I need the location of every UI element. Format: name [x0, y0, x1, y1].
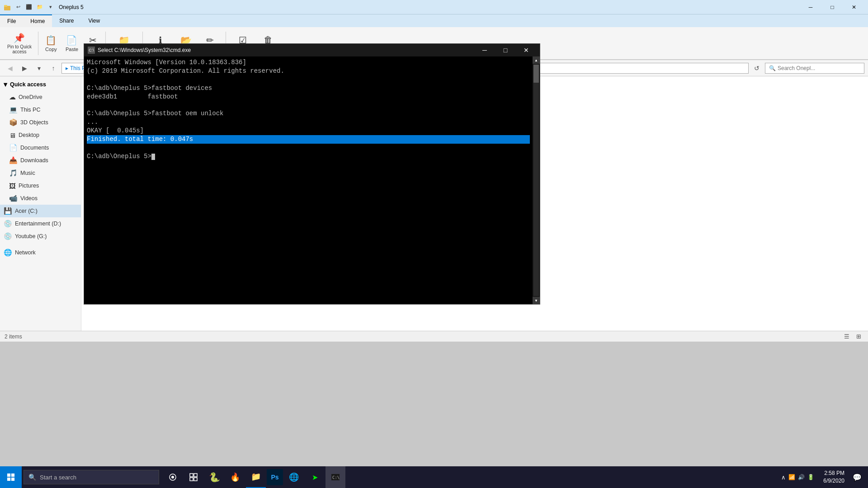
cmd-icon: C:\ — [88, 47, 95, 54]
documents-icon: 📄 — [9, 144, 18, 152]
window-title: Oneplus 5 — [59, 4, 800, 10]
large-icons-view-button[interactable]: ⊞ — [854, 332, 863, 342]
ribbon-tab-bar: File Home Share View — [0, 14, 868, 27]
taskbar-cmd-btn[interactable]: C:\ — [326, 466, 345, 488]
sidebar-item-youtube-g[interactable]: 💿 Youtube (G:) — [0, 230, 81, 243]
close-button[interactable]: ✕ — [844, 0, 864, 14]
sidebar-item-this-pc[interactable]: 💻 This PC — [0, 103, 81, 116]
refresh-button[interactable]: ↺ — [750, 62, 763, 75]
cmd-line-12: C:\adb\Oneplus 5> — [87, 152, 530, 161]
date-display: 6/9/2020 — [823, 477, 844, 485]
sidebar-item-documents[interactable]: 📄 Documents — [0, 141, 81, 154]
taskbar-razer-app-btn[interactable]: ➤ — [305, 466, 325, 488]
sidebar-item-downloads[interactable]: 📥 Downloads — [0, 154, 81, 167]
search-input[interactable] — [778, 65, 860, 71]
cmd-line-8: ... — [87, 118, 530, 127]
svg-rect-3 — [11, 474, 14, 477]
tab-home[interactable]: Home — [23, 14, 52, 27]
cmd-window: C:\ Select C:\Windows\System32\cmd.exe ─… — [84, 43, 540, 305]
3d-objects-icon: 📦 — [9, 118, 18, 127]
minimize-button[interactable]: ─ — [800, 0, 821, 14]
taskbar-multi-window-btn[interactable] — [184, 466, 203, 488]
drive-c-icon: 💾 — [4, 207, 12, 215]
copy-btn[interactable]: 📋 Copy — [41, 30, 61, 57]
explorer-icon — [4, 4, 11, 11]
sidebar-item-videos[interactable]: 📹 Videos — [0, 192, 81, 205]
details-view-button[interactable]: ☰ — [842, 332, 852, 342]
recent-locations-button[interactable]: ▾ — [33, 62, 45, 75]
sidebar-label-acer-c: Acer (C:) — [15, 208, 38, 214]
tab-view[interactable]: View — [81, 14, 107, 27]
sidebar-label-youtube-g: Youtube (G:) — [15, 233, 47, 239]
taskbar-search-label: Start a search — [40, 474, 76, 481]
sidebar-item-3d-objects[interactable]: 📦 3D Objects — [0, 116, 81, 129]
taskbar-system-tray: ∧ 📶 🔊 🔋 2:58 PM 6/9/2020 💬 — [778, 466, 868, 488]
time-display: 2:58 PM — [823, 469, 844, 477]
cmd-scroll-track — [533, 65, 539, 296]
sidebar-item-quick-access[interactable]: ▾ Quick access — [0, 78, 81, 91]
qs-back-btn[interactable]: ↩ — [14, 3, 23, 12]
qs-properties-btn[interactable]: ⬛ — [24, 3, 33, 12]
tray-speaker-icon[interactable]: 🔊 — [798, 474, 805, 480]
sidebar-item-music[interactable]: 🎵 Music — [0, 167, 81, 179]
qs-customize-btn[interactable]: ▾ — [46, 3, 55, 12]
tray-chevron-icon[interactable]: ∧ — [781, 474, 786, 481]
tray-network-icon[interactable]: 📶 — [788, 474, 795, 480]
sidebar-item-onedrive[interactable]: ☁ OneDrive — [0, 91, 81, 103]
sidebar-item-pictures[interactable]: 🖼 Pictures — [0, 179, 81, 192]
pin-to-quick-access-btn[interactable]: 📌 Pin to Quickaccess — [4, 30, 35, 57]
quick-access-toolbar: ↩ ⬛ 📁 ▾ — [14, 3, 55, 12]
sidebar-item-acer-c[interactable]: 💾 Acer (C:) — [0, 205, 81, 217]
cmd-controls: ─ □ ✕ — [475, 44, 536, 56]
qs-new-folder-btn[interactable]: 📁 — [35, 3, 44, 12]
downloads-icon: 📥 — [9, 156, 18, 164]
taskbar: 🔍 Start a search 🐍 🔥 📁 Ps 🌐 — [0, 466, 868, 488]
title-bar: ↩ ⬛ 📁 ▾ Oneplus 5 ─ □ ✕ — [0, 0, 868, 14]
cmd-maximize-button[interactable]: □ — [495, 44, 515, 56]
cmd-line-10-selected: Finished. total time: 0.047s — [87, 135, 530, 144]
sidebar-item-entertainment-d[interactable]: 💿 Entertainment (D:) — [0, 217, 81, 230]
sidebar-item-desktop[interactable]: 🖥 Desktop — [0, 129, 81, 141]
paste-btn[interactable]: 📄 Paste — [62, 30, 82, 57]
start-button[interactable] — [0, 466, 22, 488]
taskbar-photoshop-btn[interactable]: Ps — [267, 469, 283, 485]
cmd-line-6 — [87, 101, 530, 109]
taskbar-search-box[interactable]: 🔍 Start a search — [24, 470, 159, 484]
taskbar-file-explorer-btn[interactable]: 📁 — [246, 466, 266, 488]
svg-rect-9 — [194, 474, 197, 477]
tab-file[interactable]: File — [0, 14, 23, 27]
sidebar-label-this-pc: This PC — [20, 107, 40, 113]
taskbar-razer-btn[interactable]: 🐍 — [204, 466, 224, 488]
back-button[interactable]: ◀ — [4, 62, 16, 75]
cmd-minimize-button[interactable]: ─ — [475, 44, 495, 56]
up-button[interactable]: ↑ — [47, 62, 60, 75]
notification-center-button[interactable]: 💬 — [850, 466, 864, 488]
cmd-title: Select C:\Windows\System32\cmd.exe — [98, 47, 475, 53]
forward-button[interactable]: ▶ — [18, 62, 31, 75]
taskbar-task-view-btn[interactable] — [163, 466, 183, 488]
sidebar-item-network[interactable]: 🌐 Network — [0, 246, 81, 259]
cmd-output[interactable]: Microsoft Windows [Version 10.0.18363.83… — [84, 56, 533, 304]
taskbar-search-icon: 🔍 — [28, 474, 36, 481]
view-toggle: ☰ ⊞ — [842, 332, 863, 342]
taskbar-chrome-btn[interactable]: 🌐 — [284, 466, 304, 488]
tray-battery-icon[interactable]: 🔋 — [807, 474, 814, 480]
taskbar-browser-btn[interactable]: 🔥 — [225, 466, 245, 488]
svg-rect-8 — [190, 474, 193, 477]
cmd-line-4: C:\adb\Oneplus 5>fastboot devices — [87, 84, 530, 93]
path-this-pc[interactable]: ▸ — [66, 65, 68, 71]
sidebar-label-entertainment-d: Entertainment (D:) — [15, 221, 61, 227]
cmd-scroll-up-button[interactable]: ▲ — [533, 56, 540, 64]
svg-rect-4 — [7, 478, 10, 481]
maximize-button[interactable]: □ — [822, 0, 843, 14]
cmd-scroll-thumb[interactable] — [533, 65, 539, 83]
cmd-scroll-down-button[interactable]: ▼ — [533, 297, 540, 304]
desktop-icon: 🖥 — [9, 131, 16, 139]
cmd-close-button[interactable]: ✕ — [516, 44, 536, 56]
sidebar-label-pictures: Pictures — [19, 183, 39, 189]
sidebar-label-desktop: Desktop — [19, 132, 39, 138]
taskbar-clock[interactable]: 2:58 PM 6/9/2020 — [820, 469, 848, 485]
drive-d-icon: 💿 — [4, 220, 12, 228]
cmd-line-2: (c) 2019 Microsoft Corporation. All righ… — [87, 67, 530, 75]
tab-share[interactable]: Share — [52, 14, 81, 27]
